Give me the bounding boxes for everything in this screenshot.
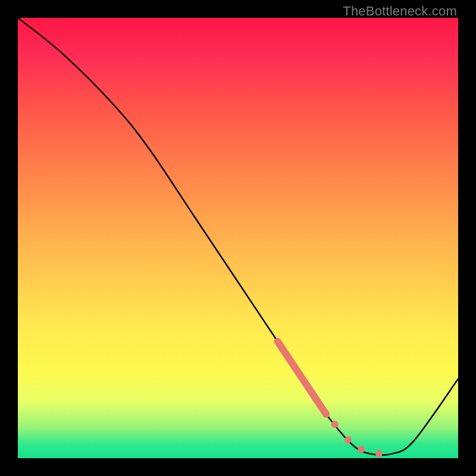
highlight-dot bbox=[331, 421, 339, 428]
highlight-dots-group bbox=[331, 421, 383, 457]
highlight-dot bbox=[358, 446, 365, 453]
bottleneck-chart bbox=[18, 18, 458, 458]
watermark-text: TheBottleneck.com bbox=[343, 4, 457, 19]
highlight-segment bbox=[278, 342, 326, 414]
bottleneck-curve-line bbox=[18, 18, 458, 455]
highlight-dot bbox=[375, 450, 383, 458]
highlight-dot bbox=[345, 436, 352, 443]
